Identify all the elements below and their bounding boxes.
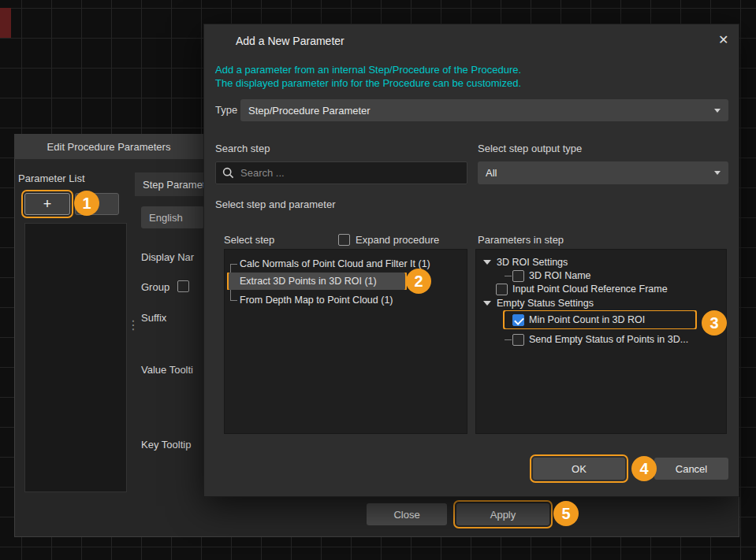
edit-window-title-tab: Edit Procedure Parameters: [14, 134, 203, 159]
search-field: [215, 161, 467, 184]
add-parameter-button[interactable]: +: [24, 193, 70, 215]
type-label: Type: [215, 104, 237, 116]
step-list-item-label: Extract 3D Points in 3D ROI (1): [240, 276, 377, 287]
step-list-item[interactable]: From Depth Map to Point Cloud (1): [225, 291, 467, 309]
search-icon: [222, 167, 234, 179]
checkbox-send-empty-status[interactable]: [512, 334, 524, 346]
tree-item-label: Min Point Count in 3D ROI: [529, 314, 645, 325]
tree-item-send-empty-status[interactable]: Send Empty Status of Points in 3D...: [476, 332, 726, 347]
plus-icon: +: [43, 196, 52, 213]
output-type-value: All: [486, 167, 497, 179]
annotation-step-2: 2: [406, 269, 431, 294]
expand-procedure-checkbox[interactable]: [338, 234, 350, 246]
select-step-and-parameter-label: Select step and parameter: [215, 198, 335, 210]
add-parameter-dialog: Add a New Parameter ✕ Add a parameter fr…: [203, 24, 739, 497]
search-input[interactable]: [240, 167, 460, 179]
dialog-description-line1: Add a parameter from an internal Step/Pr…: [215, 64, 521, 76]
dialog-description-line2: The displayed parameter info for the Pro…: [215, 77, 521, 89]
output-type-label: Select step output type: [478, 143, 582, 154]
tab-step-parameter[interactable]: Step Paramet: [135, 172, 204, 196]
tree-item-label: Send Empty Status of Points in 3D...: [529, 334, 688, 345]
annotation-step-4: 4: [631, 456, 657, 481]
type-select[interactable]: Step/Procedure Parameter: [240, 99, 728, 121]
apply-button-label: Apply: [490, 509, 516, 521]
search-step-label: Search step: [215, 143, 270, 154]
value-tooltip-label: Value Toolti: [141, 364, 193, 376]
tab-step-parameter-label: Step Paramet: [143, 179, 204, 191]
tree-item-input-point-cloud-reference-frame[interactable]: Input Point Cloud Reference Frame: [476, 281, 726, 297]
close-button-label: Close: [393, 509, 419, 521]
suffix-label: Suffix: [141, 312, 166, 324]
display-name-label: Display Nar: [141, 251, 194, 263]
expand-procedure-label: Expand procedure: [356, 234, 439, 246]
annotation-step-5: 5: [553, 501, 579, 526]
caret-down-icon: [714, 171, 721, 175]
apply-button[interactable]: Apply: [456, 503, 549, 525]
parameter-list[interactable]: [24, 223, 127, 492]
tree-item-label: Input Point Cloud Reference Frame: [512, 284, 668, 295]
ok-button[interactable]: OK: [533, 458, 625, 480]
output-type-select[interactable]: All: [478, 161, 728, 184]
caret-down-icon: [714, 109, 721, 113]
caret-expanded-icon: [483, 301, 491, 306]
tree-tick: [505, 339, 512, 340]
cancel-button-label: Cancel: [676, 463, 707, 475]
ok-button-label: OK: [572, 463, 587, 475]
group-checkbox[interactable]: [177, 280, 189, 292]
select-step-label: Select step: [224, 234, 274, 246]
step-list-item-label: From Depth Map to Point Cloud (1): [240, 295, 393, 306]
tree-group-label: 3D ROI Settings: [497, 257, 568, 268]
checkbox-3d-roi-name[interactable]: [512, 270, 524, 282]
desktop-background: Edit Procedure Parameters Parameter List…: [0, 0, 756, 560]
checkbox-min-point-count[interactable]: [512, 314, 524, 326]
background-node: [0, 8, 11, 38]
checkbox-input-point-cloud-reference-frame[interactable]: [496, 284, 508, 295]
cancel-button[interactable]: Cancel: [654, 458, 728, 480]
min-point-count-highlight: Min Point Count in 3D ROI: [505, 311, 695, 328]
panel-splitter-handle[interactable]: ⋮: [127, 317, 140, 332]
type-select-value: Step/Procedure Parameter: [248, 105, 371, 117]
parameter-tree: 3D ROI Settings 3D ROI Name Input Point …: [475, 249, 727, 434]
tree-item-label: 3D ROI Name: [529, 270, 591, 281]
language-select[interactable]: English: [141, 206, 204, 228]
caret-expanded-icon: [483, 260, 491, 265]
language-select-value: English: [149, 212, 183, 224]
dialog-title: Add a New Parameter: [236, 35, 344, 47]
step-list-item[interactable]: Calc Normals of Point Cloud and Filter I…: [225, 255, 467, 273]
key-tooltip-label: Key Tooltip: [141, 439, 191, 451]
tree-group-empty-status-settings[interactable]: Empty Status Settings: [476, 295, 726, 311]
step-list-item-label: Calc Normals of Point Cloud and Filter I…: [240, 258, 430, 269]
close-icon[interactable]: ✕: [718, 32, 728, 47]
edit-window-title: Edit Procedure Parameters: [47, 141, 171, 153]
group-label: Group: [141, 281, 169, 293]
tree-group-label: Empty Status Settings: [497, 298, 594, 309]
parameter-list-label: Parameter List: [18, 172, 85, 184]
close-button[interactable]: Close: [367, 503, 447, 525]
tree-item-min-point-count[interactable]: Min Point Count in 3D ROI: [476, 310, 726, 329]
tree-tick: [505, 276, 512, 276]
step-list: Calc Normals of Point Cloud and Filter I…: [224, 249, 467, 434]
parameters-in-step-label: Parameters in step: [478, 234, 564, 246]
annotation-step-3: 3: [702, 310, 727, 336]
selected-step-highlight: Extract 3D Points in 3D ROI (1): [229, 273, 405, 290]
annotation-step-1: 1: [74, 191, 99, 216]
